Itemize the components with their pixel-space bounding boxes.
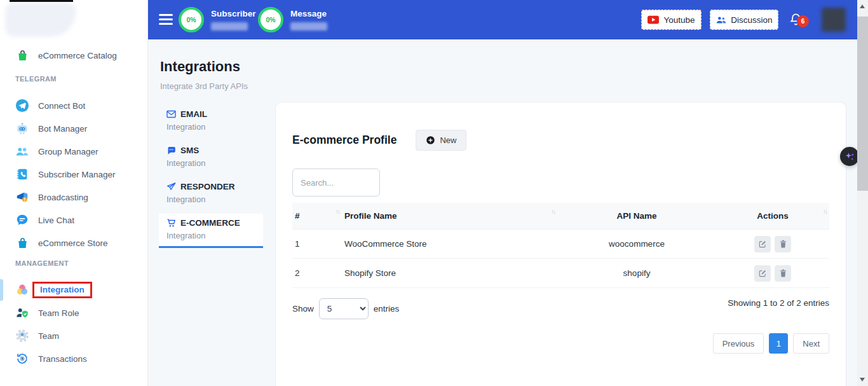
page-size-select[interactable]: 5: [319, 298, 369, 319]
sidebar-item-label: Subscriber Manager: [38, 170, 116, 179]
sidebar-item-bot-manager[interactable]: Bot Manager: [0, 117, 147, 140]
row-api-name: shopify: [557, 268, 716, 278]
sidebar-item-broadcasting[interactable]: Broadcasting: [0, 186, 147, 209]
sidebar-item-team[interactable]: Team: [0, 324, 147, 347]
scrollbar-up-arrow[interactable]: [860, 4, 865, 8]
sidebar-item-label: Group Manager: [38, 147, 98, 156]
tab-subtitle: Integration: [166, 122, 255, 134]
sidebar-item-label: Transactions: [38, 354, 87, 364]
entries-label: entries: [374, 304, 400, 314]
tab-subtitle: Integration: [166, 158, 255, 170]
users-icon: [15, 144, 29, 158]
subscriber-stat-label: Subscriber: [211, 9, 256, 18]
tab-sms-integration[interactable]: SMS Integration: [159, 141, 263, 174]
message-stat-label: Message: [290, 9, 327, 18]
sort-icon[interactable]: ↑↓: [551, 208, 555, 215]
delete-button[interactable]: [775, 236, 791, 252]
column-header-actions[interactable]: Actions ↑↓: [716, 203, 829, 229]
robot-icon: [15, 121, 29, 135]
sidebar-item-label: Broadcasting: [38, 193, 88, 202]
logo-area: [0, 0, 147, 39]
tab-subtitle: Integration: [166, 231, 255, 243]
sort-icon[interactable]: ↑↓: [823, 208, 827, 215]
hamburger-menu-icon[interactable]: [159, 14, 173, 25]
page-title: Integrations: [160, 59, 240, 75]
topbar: 0% Subscriber 0% Message Youtube Discuss…: [148, 0, 868, 39]
notification-count-badge[interactable]: 6: [797, 15, 809, 27]
tab-title: EMAIL: [180, 109, 207, 119]
tab-subtitle: Integration: [166, 195, 255, 207]
discussion-button-label: Discussion: [731, 15, 772, 25]
column-header-profile-name[interactable]: Profile Name ↑↓: [342, 203, 557, 229]
scrollbar-down-arrow[interactable]: [860, 378, 865, 382]
column-header-api-name[interactable]: API Name: [557, 203, 716, 229]
column-header-num[interactable]: # ↑↓: [292, 203, 342, 229]
sms-bubble-icon: [166, 146, 176, 155]
sidebar-section-telegram: TELEGRAM: [0, 75, 147, 83]
showing-entries-text: Showing 1 to 2 of 2 entries: [728, 298, 829, 308]
sparkles-icon: [844, 151, 855, 162]
sidebar-item-live-chat[interactable]: Live Chat: [0, 209, 147, 231]
tab-responder-integration[interactable]: RESPONDER Integration: [159, 177, 263, 210]
youtube-button[interactable]: Youtube: [641, 10, 702, 30]
edit-button[interactable]: [754, 265, 771, 282]
venn-circles-icon: [15, 283, 29, 297]
sidebar-item-subscriber-manager[interactable]: Subscriber Manager: [0, 163, 147, 186]
subscriber-stat: 0% Subscriber: [179, 7, 256, 32]
message-stat: 0% Message: [258, 7, 327, 32]
sidebar-management-list: Integration Team Role Team Transactions: [0, 279, 147, 370]
sidebar-item-connect-bot[interactable]: Connect Bot: [0, 94, 147, 117]
pagination-next-button[interactable]: Next: [793, 333, 829, 354]
new-button-label: New: [440, 135, 456, 145]
discussion-button[interactable]: Discussion: [710, 10, 778, 30]
sidebar-item-integration[interactable]: Integration: [0, 279, 147, 301]
tab-email-integration[interactable]: EMAIL Integration: [159, 105, 263, 137]
pagination-page-1-button[interactable]: 1: [769, 333, 788, 354]
shopping-bag-icon: [15, 236, 29, 250]
message-progress-ring: 0%: [258, 7, 283, 32]
ecommerce-profile-card: E-commerce Profile New # ↑↓ Profile Name…: [275, 102, 846, 386]
sidebar-item-label-annotated: Integration: [32, 282, 92, 298]
panel-heading: E-commerce Profile: [292, 134, 397, 147]
sidebar-item-transactions[interactable]: Transactions: [0, 347, 147, 370]
scrollbar-thumb[interactable]: [857, 17, 868, 191]
search-input[interactable]: [292, 169, 380, 196]
envelope-icon: [166, 110, 176, 118]
sidebar-item-group-manager[interactable]: Group Manager: [0, 140, 147, 163]
row-num: 2: [292, 268, 342, 278]
avatar[interactable]: [822, 8, 846, 32]
row-num: 1: [292, 239, 342, 249]
chat-bubble-icon: [15, 213, 29, 227]
gear-user-icon: [15, 329, 29, 343]
sidebar-item-ecommerce-store[interactable]: eCommerce Store: [0, 231, 147, 254]
page-subtitle: Integrate 3rd Party APIs: [160, 81, 248, 91]
megaphone-icon: [15, 190, 29, 204]
subscriber-progress-ring: 0%: [179, 7, 204, 32]
pagination-previous-button[interactable]: Previous: [713, 333, 764, 354]
row-profile-name: WooCommerce Store: [342, 239, 557, 249]
trash-icon: [779, 269, 787, 278]
new-profile-button[interactable]: New: [416, 130, 466, 151]
delete-button[interactable]: [775, 265, 791, 282]
sidebar-item-label: eCommerce Store: [38, 238, 108, 248]
profiles-table: # ↑↓ Profile Name ↑↓ API Name Actions ↑↓…: [292, 203, 829, 288]
pagination: Previous 1 Next: [292, 333, 829, 354]
sidebar-item-label: Bot Manager: [38, 124, 87, 134]
tab-title: SMS: [180, 146, 199, 155]
ai-assistant-button[interactable]: [840, 147, 859, 166]
show-label: Show: [292, 304, 314, 314]
edit-button[interactable]: [754, 236, 771, 252]
subscriber-stat-value-blurred: [211, 22, 248, 31]
page-scrollbar[interactable]: [857, 0, 868, 386]
app-root: eCommerce Catalog TELEGRAM Connect Bot B…: [0, 0, 868, 386]
sidebar-item-ecommerce-catalog[interactable]: eCommerce Catalog: [0, 44, 147, 67]
shopping-bag-icon: [15, 48, 29, 62]
tab-ecommerce-integration[interactable]: E-COMMERCE Integration: [159, 214, 263, 248]
sidebar-section-management: MANAGEMENT: [0, 259, 147, 267]
sidebar-item-team-role[interactable]: Team Role: [0, 301, 147, 324]
table-row: 2 Shopify Store shopify: [292, 259, 829, 288]
sort-icon[interactable]: ↑↓: [336, 208, 339, 215]
sidebar-item-label: eCommerce Catalog: [38, 51, 117, 60]
paper-plane-icon: [166, 182, 176, 191]
sidebar-item-label: Team: [38, 331, 59, 341]
